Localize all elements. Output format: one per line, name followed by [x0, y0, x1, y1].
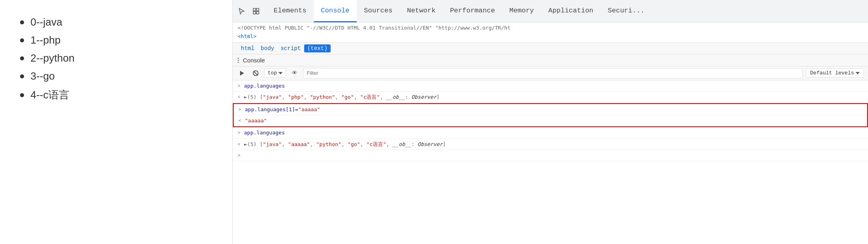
- console-row-highlighted-cmd: > app.languages[1]="aaaaa": [234, 104, 867, 116]
- eye-toggle[interactable]: 👁: [289, 68, 300, 78]
- breadcrumb-html[interactable]: html: [238, 44, 258, 52]
- row-arrow: <: [238, 118, 245, 124]
- row-arrow: <: [238, 94, 244, 101]
- svg-rect-1: [256, 8, 259, 11]
- tab-elements[interactable]: Elements: [266, 0, 314, 22]
- bullet: [20, 38, 24, 42]
- console-row-partial: >: [233, 150, 868, 161]
- console-row: < ►(5) ["java", "php", "python", "go", "…: [233, 92, 868, 103]
- list-item-text: 3--go: [30, 70, 55, 82]
- play-button[interactable]: [237, 68, 247, 78]
- breadcrumb-body[interactable]: body: [258, 44, 278, 52]
- row-arrow: >: [238, 130, 244, 136]
- default-levels-dropdown[interactable]: Default levels: [806, 68, 864, 78]
- console-header: Console: [233, 54, 868, 66]
- list-item: 3--go: [20, 70, 75, 82]
- highlighted-block: > app.languages[1]="aaaaa" < "aaaaa": [233, 103, 868, 128]
- context-label: top: [268, 70, 277, 76]
- tab-application[interactable]: Application: [541, 0, 600, 22]
- tab-console[interactable]: Console: [314, 0, 357, 22]
- list-item-text: 4--c语言: [30, 88, 69, 102]
- list-item: 1--php: [20, 34, 75, 46]
- list-item-text: 2--python: [30, 52, 75, 64]
- row-content: app.languages: [244, 82, 863, 90]
- default-levels-label: Default levels: [810, 70, 854, 76]
- row-arrow: >: [238, 152, 244, 159]
- dom-line2: <html>: [238, 32, 863, 41]
- breadcrumb-bar: htmlbodyscript(text): [233, 43, 868, 54]
- language-list: 0--java1--php2--python3--go4--c语言: [20, 16, 75, 108]
- list-item: 2--python: [20, 52, 75, 64]
- row-arrow: >: [238, 106, 245, 113]
- block-button[interactable]: [250, 68, 261, 78]
- svg-rect-0: [253, 8, 256, 11]
- bullet: [20, 93, 24, 97]
- console-label: Console: [243, 57, 265, 64]
- tab-security[interactable]: Securi...: [601, 0, 652, 22]
- bullet: [20, 56, 24, 60]
- list-item-text: 1--php: [30, 34, 61, 46]
- row-arrow: <: [238, 141, 244, 148]
- row-content: app.languages[1]="aaaaa": [245, 106, 862, 114]
- console-toolbar: top 👁 Default levels: [233, 66, 868, 80]
- tab-memory[interactable]: Memory: [502, 0, 541, 22]
- dom-area: <!DOCTYPE html PUBLIC "-//W3C//DTD HTML …: [233, 22, 868, 43]
- inspect-icon[interactable]: [250, 6, 262, 17]
- row-content: app.languages: [244, 129, 863, 137]
- list-item-text: 0--java: [30, 16, 62, 28]
- svg-rect-2: [253, 12, 256, 14]
- console-row: > app.languages: [233, 127, 868, 139]
- dom-line1: <!DOCTYPE html PUBLIC "-//W3C//DTD HTML …: [238, 24, 863, 32]
- console-output: > app.languages < ►(5) ["java", "php", "…: [233, 80, 868, 244]
- console-row: < ►(5) ["java", "aaaaa", "python", "go",…: [233, 139, 868, 150]
- left-panel: 0--java1--php2--python3--go4--c语言: [0, 0, 232, 244]
- list-item: 0--java: [20, 16, 75, 28]
- tab-sources[interactable]: Sources: [357, 0, 400, 22]
- breadcrumb-(text)[interactable]: (text): [304, 44, 331, 52]
- list-item: 4--c语言: [20, 88, 75, 102]
- drag-handle: [238, 58, 239, 63]
- row-content: ►(5) ["java", "php", "python", "go", "c语…: [244, 93, 863, 101]
- bullet: [20, 74, 24, 78]
- console-row-highlighted-result: < "aaaaa": [234, 115, 867, 126]
- row-content: ►(5) ["java", "aaaaa", "python", "go", "…: [244, 140, 863, 148]
- tab-icons: [236, 6, 262, 17]
- svg-rect-3: [256, 12, 259, 14]
- cursor-icon[interactable]: [236, 6, 247, 17]
- row-arrow: >: [238, 83, 244, 90]
- breadcrumb-script[interactable]: script: [277, 44, 304, 52]
- filter-input[interactable]: [303, 68, 802, 78]
- devtools-tab-bar: ElementsConsoleSourcesNetworkPerformance…: [233, 0, 868, 22]
- context-selector[interactable]: top: [264, 68, 286, 78]
- bullet: [20, 20, 24, 24]
- console-row: > app.languages: [233, 80, 868, 92]
- row-content: "aaaaa": [245, 117, 862, 125]
- tab-network[interactable]: Network: [400, 0, 442, 22]
- tab-performance[interactable]: Performance: [443, 0, 502, 22]
- devtools-panel: ElementsConsoleSourcesNetworkPerformance…: [232, 0, 868, 244]
